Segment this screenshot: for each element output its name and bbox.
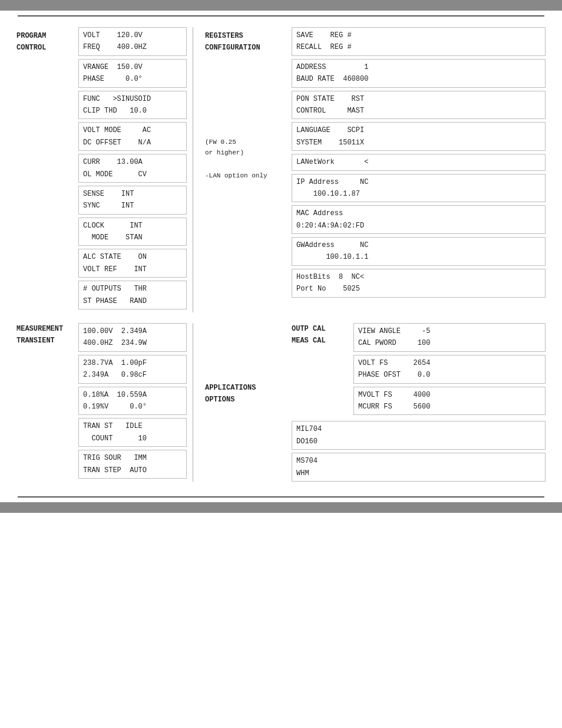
measurement-label: MEASUREMENT — [16, 323, 78, 335]
footer-line — [18, 496, 544, 498]
data-box: FUNC >SINUSOID CLIP THD 10.0 — [78, 91, 187, 120]
data-box: HostBits 8 NC< Port No 5025 — [292, 269, 546, 298]
data-box: VOLT FS 2654 PHASE OFST 0.0 — [353, 355, 546, 384]
data-box: 100.00V 2.349A 400.0HZ 234.9W — [78, 323, 187, 352]
control-label: CONTROL — [16, 42, 78, 54]
data-box: IP Address NC 100.10.1.87 — [292, 174, 546, 203]
data-box: LANGUAGE SCPI SYSTEM 1501iX — [292, 122, 546, 151]
data-box: CLOCK INT MODE STAN — [78, 218, 187, 246]
data-box: TRIG SOUR IMM TRAN STEP AUTO — [78, 450, 187, 479]
data-box: 0.18%A 10.559A 0.19%V 0.0° — [78, 387, 187, 416]
configuration-label: CONFIGURATION — [205, 42, 276, 54]
data-box: MVOLT FS 4000 MCURR FS 5600 — [353, 387, 546, 416]
data-box: ADDRESS 1 BAUD RATE 460800 — [292, 59, 546, 88]
data-box: MAC Address 0:20:4A:9A:02:FD — [292, 205, 546, 234]
outp-cal-label: OUTP CAL — [292, 323, 348, 335]
data-box: 238.7VA 1.00pF 2.349A 0.98cF — [78, 355, 187, 384]
data-box: LANetWork < — [292, 154, 546, 170]
program-label: PROGRAM — [16, 30, 78, 42]
applications-label: APPLICATIONS — [205, 382, 276, 394]
data-box: VRANGE 150.0V PHASE 0.0° — [78, 59, 187, 88]
lan-note: -LAN option only — [205, 170, 276, 182]
options-label: OPTIONS — [205, 394, 276, 406]
data-box: CURR 13.00A OL MODE CV — [78, 154, 187, 183]
fw-note2: or higher) — [205, 147, 276, 159]
data-box: # OUTPUTS THR ST PHASE RAND — [78, 281, 187, 309]
meas-cal-label: MEAS CAL — [292, 335, 348, 347]
data-box: VOLT 120.0V FREQ 400.0HZ — [78, 27, 187, 56]
data-box: GWAddress NC 100.10.1.1 — [292, 237, 546, 266]
data-box: TRAN ST IDLE COUNT 10 — [78, 418, 187, 447]
registers-label: REGISTERS — [205, 30, 276, 42]
data-box: ALC STATE ON VOLT REF INT — [78, 249, 187, 278]
data-box: MS704 WHM — [292, 453, 546, 482]
transient-label: TRANSIENT — [16, 335, 78, 347]
page: PROGRAM CONTROL VOLT 120.0V FREQ 400.0HZ… — [0, 0, 562, 728]
data-box: VOLT MODE AC DC OFFSET N/A — [78, 122, 187, 151]
bottom-bar — [0, 502, 562, 513]
fw-note1: (FW 0.25 — [205, 137, 276, 148]
data-box: MIL704 DO160 — [292, 421, 546, 450]
data-box: PON STATE RST CONTROL MAST — [292, 91, 546, 120]
data-box: VIEW ANGLE -5 CAL PWORD 100 — [353, 323, 546, 352]
data-box: SENSE INT SYNC INT — [78, 186, 187, 215]
data-box: SAVE REG # RECALL REG # — [292, 27, 546, 56]
top-bar — [0, 0, 562, 11]
